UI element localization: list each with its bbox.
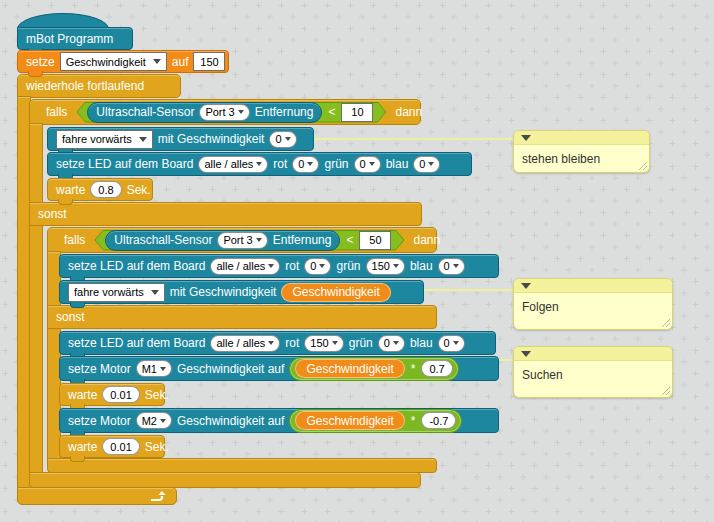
comment-collapse-icon[interactable]: [521, 351, 531, 357]
comment-stop[interactable]: stehen bleiben: [513, 130, 650, 173]
ultrasonic-sensor-reporter[interactable]: Ultraschall-Sensor Port 3 Entfernung: [87, 102, 322, 123]
if-block-2-header[interactable]: falls Ultraschall-Sensor Port 3 Entfernu…: [47, 227, 437, 253]
else-keyword: sonst: [38, 207, 67, 221]
forever-block-header[interactable]: wiederhole fortlaufend: [17, 74, 181, 98]
comment-header[interactable]: [514, 347, 672, 361]
forever-block-footer[interactable]: [17, 487, 177, 505]
wait-value-input[interactable]: 0.8: [90, 181, 121, 198]
wait-label: warte: [68, 388, 97, 402]
wait-block[interactable]: warte 0.8 Sek.: [47, 178, 153, 201]
variable-reporter[interactable]: Geschwindigkeit: [295, 411, 404, 430]
motor-label: setze Motor: [68, 362, 131, 376]
red-value-dropdown[interactable]: 150: [304, 335, 343, 352]
blue-value: 0: [444, 260, 450, 272]
speed-dropdown[interactable]: 0: [269, 131, 296, 148]
if-block-1-spine[interactable]: [29, 123, 43, 474]
comment-header[interactable]: [514, 131, 649, 145]
red-value-dropdown[interactable]: 0: [304, 258, 331, 275]
if-block-2-else-bar[interactable]: sonst: [47, 305, 437, 329]
if-block-1-else-bar[interactable]: sonst: [29, 202, 422, 226]
comment-text[interactable]: Suchen: [514, 361, 672, 382]
operator-symbol: *: [411, 362, 416, 376]
port-dropdown[interactable]: Port 3: [217, 232, 267, 249]
set-motor-block-m2[interactable]: setze Motor M2 Geschwindigkeit auf Gesch…: [59, 408, 499, 433]
if-block-1-footer[interactable]: [29, 472, 421, 488]
comment-collapse-icon[interactable]: [521, 283, 531, 289]
drive-direction-dropdown[interactable]: fahre vorwärts: [56, 130, 153, 149]
red-label: rot: [273, 157, 287, 171]
green-value-dropdown[interactable]: 0: [378, 335, 405, 352]
condition-value-input[interactable]: 10: [341, 103, 373, 122]
if-block-1-header[interactable]: falls Ultraschall-Sensor Port 3 Entfernu…: [29, 99, 421, 125]
factor-input[interactable]: 0.7: [421, 360, 452, 377]
variable-value-input[interactable]: 150: [193, 52, 225, 71]
condition-value-input[interactable]: 50: [359, 231, 391, 250]
red-value-dropdown[interactable]: 0: [292, 156, 319, 173]
led-target-dropdown[interactable]: alle / alles: [210, 335, 280, 352]
boolean-condition-1[interactable]: Ultraschall-Sensor Port 3 Entfernung < 1…: [76, 102, 386, 123]
variable-reporter[interactable]: Geschwindigkeit: [281, 283, 390, 302]
comment-resize-handle[interactable]: [660, 385, 670, 395]
port-dropdown[interactable]: Port 3: [199, 104, 249, 121]
comment-collapse-icon[interactable]: [521, 135, 531, 141]
to-keyword: auf: [172, 55, 189, 69]
green-value-dropdown[interactable]: 0: [354, 156, 381, 173]
if-keyword: falls: [38, 105, 67, 119]
set-variable-block[interactable]: setze Geschwindigkeit auf 150: [17, 50, 229, 73]
drive-block-stop[interactable]: fahre vorwärts mit Geschwindigkeit 0: [47, 127, 314, 151]
motor-port-dropdown[interactable]: M1: [136, 360, 172, 377]
if-block-2-footer[interactable]: [47, 458, 437, 473]
wait-block[interactable]: warte 0.01 Sek.: [59, 435, 165, 458]
variable-reporter[interactable]: Geschwindigkeit: [295, 359, 404, 378]
comment-header[interactable]: [514, 279, 672, 293]
comment-follow[interactable]: Folgen: [513, 278, 673, 330]
blue-value-dropdown[interactable]: 0: [413, 156, 440, 173]
comment-resize-handle[interactable]: [660, 317, 670, 327]
led-label: setze LED auf dem Board: [56, 157, 193, 171]
red-value: 0: [298, 158, 304, 170]
drive-block-follow[interactable]: fahre vorwärts mit Geschwindigkeit Gesch…: [59, 280, 424, 304]
green-value-dropdown[interactable]: 150: [366, 258, 405, 275]
variable-dropdown[interactable]: Geschwindigkeit: [60, 52, 167, 71]
green-label: grün: [349, 336, 373, 350]
led-block-off[interactable]: setze LED auf dem Board alle / alles rot…: [47, 152, 472, 176]
set-motor-block-m1[interactable]: setze Motor M1 Geschwindigkeit auf Gesch…: [59, 356, 499, 381]
led-target-dropdown[interactable]: alle / alles: [198, 156, 268, 173]
multiply-operator[interactable]: Geschwindigkeit * -0.7: [289, 409, 462, 433]
wait-value-input[interactable]: 0.01: [102, 386, 139, 403]
factor-input[interactable]: -0.7: [421, 412, 456, 429]
hat-label: mBot Programm: [26, 32, 113, 46]
dropdown-caret-icon: [307, 162, 313, 166]
wait-block[interactable]: warte 0.01 Sek.: [59, 383, 165, 406]
blue-value-dropdown[interactable]: 0: [438, 335, 465, 352]
blue-label: blau: [386, 157, 409, 171]
red-label: rot: [285, 259, 299, 273]
wait-value-input[interactable]: 0.01: [102, 438, 139, 455]
with-speed-label: mit Geschwindigkeit: [170, 285, 277, 299]
variable-name: Geschwindigkeit: [292, 285, 379, 299]
led-block-green[interactable]: setze LED auf dem Board alle / alles rot…: [59, 254, 499, 278]
wait-label: warte: [56, 183, 85, 197]
block-notch: [28, 71, 43, 77]
comment-search[interactable]: Suchen: [513, 346, 673, 398]
green-value: 0: [384, 337, 390, 349]
led-target-dropdown[interactable]: alle / alles: [210, 258, 280, 275]
led-target: alle / alles: [216, 337, 265, 349]
ultrasonic-sensor-reporter[interactable]: Ultraschall-Sensor Port 3 Entfernung: [105, 230, 340, 251]
led-block-red[interactable]: setze LED auf dem Board alle / alles rot…: [59, 331, 496, 355]
motor-port-dropdown[interactable]: M2: [136, 412, 172, 429]
sensor-property-label: Entfernung: [255, 105, 314, 119]
comment-text[interactable]: stehen bleiben: [514, 145, 649, 166]
speed-to-label: Geschwindigkeit auf: [177, 414, 284, 428]
wait-value: 0.01: [110, 389, 131, 401]
comment-text[interactable]: Folgen: [514, 293, 672, 314]
blue-value-dropdown[interactable]: 0: [438, 258, 465, 275]
drive-direction-dropdown[interactable]: fahre vorwärts: [68, 283, 165, 302]
hat-block[interactable]: mBot Programm: [17, 27, 133, 50]
variable-name: Geschwindigkeit: [306, 362, 393, 376]
dropdown-caret-icon: [393, 341, 399, 345]
boolean-condition-2[interactable]: Ultraschall-Sensor Port 3 Entfernung < 5…: [94, 230, 404, 251]
multiply-operator[interactable]: Geschwindigkeit * 0.7: [289, 357, 458, 381]
led-label: setze LED auf dem Board: [68, 259, 205, 273]
variable-name: Geschwindigkeit: [306, 414, 393, 428]
